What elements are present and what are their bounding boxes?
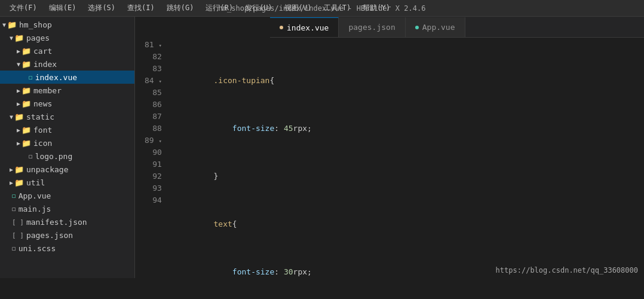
sidebar-item-icon[interactable]: 📁 icon [0, 136, 134, 150]
sidebar-label: main.js [19, 205, 51, 213]
tab-label: pages.json [348, 23, 395, 32]
sidebar-label: icon [33, 139, 52, 148]
watermark: https://blog.csdn.net/qq_33608000 [496, 266, 638, 274]
arrow-icon [10, 114, 13, 120]
tab-indexvue[interactable]: index.vue [270, 17, 339, 37]
sidebar-item-unpackage[interactable]: 📁 unpackage [0, 163, 134, 176]
arrow-icon [17, 61, 20, 68]
editor-area[interactable]: index.vue pages.json App.vue 81 ▾ 82 83 … [135, 17, 644, 278]
sidebar-item-hmshop[interactable]: 📁 hm_shop [0, 18, 134, 31]
folder-icon: 📁 [14, 33, 24, 42]
sidebar-item-pagesjson[interactable]: [ ] pages.json [0, 228, 134, 242]
code-container[interactable]: 81 ▾ 82 83 84 ▾ 85 86 87 88 89 ▾ 90 91 9… [135, 38, 644, 278]
line-numbers: 81 ▾ 82 83 84 ▾ 85 86 87 88 89 ▾ 90 91 9… [135, 38, 167, 278]
arrow-icon [17, 48, 20, 54]
line-num-86: 86 [145, 99, 162, 111]
sidebar-label: unpackage [26, 165, 68, 174]
folder-icon: 📁 [22, 86, 31, 95]
line-num-91: 91 [145, 158, 162, 170]
sidebar-item-pages[interactable]: 📁 pages [0, 31, 134, 44]
sidebar-item-manifestjson[interactable]: [ ] manifest.json [0, 215, 134, 228]
folder-icon: 📁 [22, 99, 31, 108]
line-num-94: 94 [145, 194, 162, 206]
sidebar-item-index[interactable]: 📁 index [0, 57, 134, 71]
sidebar-label: util [26, 178, 45, 187]
folder-icon: 📁 [7, 20, 17, 29]
arrow-icon [17, 140, 20, 147]
sidebar-label: news [33, 99, 52, 108]
file-icon: ◻ [12, 205, 16, 213]
sidebar-label: pages [26, 33, 50, 42]
file-icon: ◻ [12, 245, 16, 252]
arrow-icon [10, 166, 13, 173]
sidebar-item-indexvue[interactable]: ◻ index.vue [0, 71, 134, 84]
tab-label: App.vue [422, 23, 455, 32]
sidebar-label: font [33, 126, 52, 135]
sidebar-label: manifest.json [26, 218, 87, 227]
sidebar-label: uni.scss [19, 244, 56, 253]
sidebar-item-static[interactable]: 📁 static [0, 110, 134, 123]
arrow-icon [10, 35, 13, 41]
folder-icon: 📁 [14, 178, 24, 187]
sidebar-label: index.vue [35, 73, 77, 82]
arrow-icon [2, 22, 6, 28]
menu-bar: 文件(F) 编辑(E) 选择(S) 查找(I) 跳转(G) 运行(R) 发行(U… [0, 0, 644, 17]
folder-icon: 📁 [22, 139, 31, 148]
code-line-84: text{ [176, 218, 644, 230]
tab-bar: index.vue pages.json App.vue [270, 17, 644, 38]
tab-label: index.vue [287, 23, 329, 32]
tab-dot-icon [415, 26, 419, 29]
menu-jump[interactable]: 跳转(G) [162, 2, 199, 14]
tab-appvue[interactable]: App.vue [406, 17, 465, 37]
line-num-87: 87 [145, 111, 162, 123]
tab-dot-icon [280, 26, 283, 29]
sidebar-label: hm_shop [19, 20, 52, 29]
menu-file[interactable]: 文件(F) [5, 2, 42, 14]
sidebar-label: App.vue [19, 191, 51, 200]
arrow-icon [17, 127, 20, 133]
sidebar-label: logo.png [35, 152, 73, 161]
sidebar-label: pages.json [26, 231, 73, 240]
folder-icon: 📁 [22, 60, 31, 69]
sidebar-item-logopng[interactable]: ◻ logo.png [0, 150, 134, 163]
tab-pagesjson[interactable]: pages.json [339, 17, 405, 37]
line-num-83: 83 [145, 63, 162, 75]
sidebar-item-uniscss[interactable]: ◻ uni.scss [0, 242, 134, 255]
sidebar-item-util[interactable]: 📁 util [0, 176, 134, 189]
sidebar-item-mainjs[interactable]: ◻ main.js [0, 202, 134, 215]
folder-icon: 📁 [22, 47, 31, 56]
code-line-83: } [176, 170, 644, 182]
arrow-icon [17, 87, 20, 94]
sidebar-label: static [26, 112, 54, 121]
code-content: .icon-tupian{ font-size: 45rpx; } text{ [167, 38, 644, 278]
file-icon: ◻ [29, 152, 33, 160]
menu-edit[interactable]: 编辑(E) [44, 2, 81, 14]
sidebar-item-news[interactable]: 📁 news [0, 97, 134, 110]
main-layout: 📁 hm_shop 📁 pages 📁 cart 📁 index ◻ index… [0, 17, 644, 278]
sidebar-label: cart [33, 47, 52, 56]
menu-select[interactable]: 选择(S) [83, 2, 120, 14]
sidebar-item-cart[interactable]: 📁 cart [0, 44, 134, 57]
line-num-88: 88 [145, 123, 162, 135]
file-icon: ◻ [12, 192, 16, 200]
sidebar-item-member[interactable]: 📁 member [0, 84, 134, 97]
code-line-82: font-size: 45rpx; [176, 123, 644, 135]
sidebar-item-font[interactable]: 📁 font [0, 123, 134, 136]
sidebar-label: index [33, 60, 57, 69]
code-line-81: .icon-tupian{ [176, 75, 644, 87]
line-num-90: 90 [145, 147, 162, 158]
line-num-89: 89 ▾ [145, 135, 162, 147]
sidebar-item-appvue[interactable]: ◻ App.vue [0, 189, 134, 202]
file-icon: [ ] [12, 218, 24, 226]
arrow-icon [17, 100, 20, 107]
line-num-81: 81 ▾ [145, 39, 162, 51]
line-num-93: 93 [145, 182, 162, 194]
line-num-82: 82 [145, 51, 162, 63]
line-num-92: 92 [145, 170, 162, 182]
window-title: hm_shop/pages/index/index.vue - HBuilder… [219, 4, 426, 13]
sidebar-label: member [33, 86, 62, 95]
folder-icon: 📁 [22, 126, 31, 135]
file-icon: ◻ [29, 74, 33, 81]
menu-find[interactable]: 查找(I) [122, 2, 160, 14]
file-icon: [ ] [12, 231, 24, 239]
